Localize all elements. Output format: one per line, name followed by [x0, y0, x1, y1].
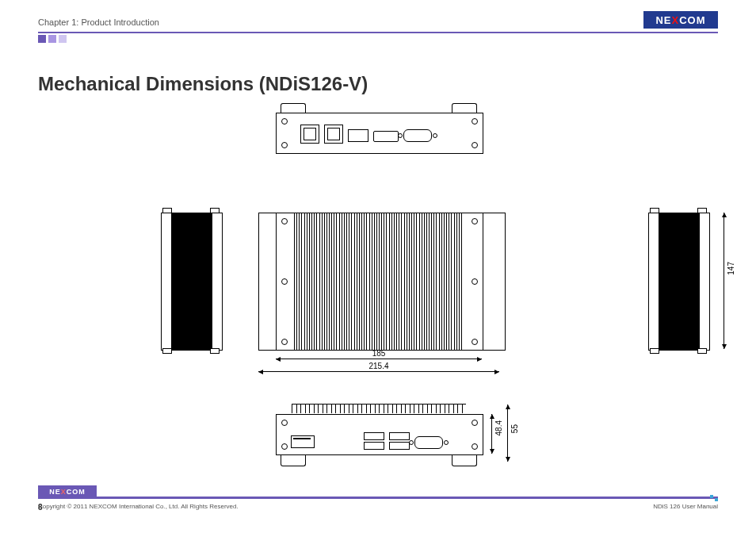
brand-part-com: COM: [679, 14, 705, 26]
mounting-tab-icon: [162, 348, 172, 354]
hdmi-port-icon: [373, 131, 399, 142]
right-side-elevation: [648, 213, 708, 349]
chassis-side: [161, 213, 223, 351]
chassis-front: [276, 113, 483, 154]
usb-stack-icon: [389, 432, 410, 450]
screw-icon: [472, 142, 478, 148]
screw-icon: [472, 443, 478, 450]
mechanical-drawing: 147 185 215.4: [38, 103, 718, 489]
usb-port-icon: [364, 442, 384, 450]
usb-port-icon: [364, 432, 384, 440]
heatsink-profile-icon: [171, 213, 212, 350]
front-elevation: [276, 103, 482, 154]
usb-stack-icon: [364, 432, 384, 450]
lan-port-icon: [300, 125, 319, 144]
chapter-label: Chapter 1: Product Introduction: [38, 17, 159, 27]
page-title: Mechanical Dimensions (NDiS126-V): [38, 73, 368, 95]
dimension-depth: 147: [727, 262, 735, 275]
screw-icon: [472, 420, 478, 426]
screw-icon: [281, 118, 288, 125]
brand-part-ne: NE: [655, 14, 671, 26]
brand-part-ne: NE: [49, 488, 61, 496]
page-number: 8: [38, 503, 718, 527]
chassis-side: [648, 213, 710, 351]
dimension-line: [258, 371, 499, 372]
rear-ports: [364, 432, 443, 450]
screw-icon: [281, 142, 288, 148]
rear-elevation: [276, 405, 482, 462]
dimension-line: [276, 359, 482, 359]
brand-logo: NEXCOM: [643, 11, 718, 29]
front-ports: [300, 125, 432, 144]
dimension-line: [724, 213, 724, 349]
dimension-line: [507, 405, 508, 462]
screw-icon: [281, 218, 288, 224]
sd-slot-icon: [291, 435, 315, 448]
top-plan-view: [276, 213, 483, 351]
vga-port-icon: [403, 129, 432, 142]
heatsink-profile-icon: [659, 213, 700, 350]
page-footer: NEXCOM Copyright © 2011 NEXCOM Internati…: [38, 497, 718, 520]
square-icon: [59, 35, 67, 43]
heatsink-fins-icon: [294, 213, 465, 350]
screw-icon: [281, 339, 288, 345]
brand-part-com: COM: [67, 488, 86, 496]
page-header: Chapter 1: Product Introduction NEXCOM: [38, 14, 718, 35]
dimension-height-total: 55: [510, 424, 519, 433]
brand-part-x: X: [672, 14, 680, 26]
header-rule: [38, 32, 718, 33]
mounting-tab-icon: [650, 348, 659, 354]
brand-part-x: X: [61, 488, 67, 496]
page: Chapter 1: Product Introduction NEXCOM M…: [0, 0, 756, 533]
screw-icon: [281, 443, 288, 450]
serial-port-icon: [414, 436, 443, 449]
screw-icon: [281, 278, 288, 285]
screw-icon: [472, 339, 478, 345]
dimension-width-inner: 185: [363, 349, 395, 358]
mounting-tab-icon: [697, 348, 707, 354]
footer-rule: [38, 497, 718, 499]
mounting-flange: [482, 213, 506, 351]
screw-icon: [472, 118, 478, 125]
manual-title: NDiS 126 User Manual: [653, 503, 718, 510]
left-side-elevation: [161, 213, 221, 349]
screw-icon: [281, 420, 288, 426]
usb-port-icon: [348, 129, 368, 142]
screw-icon: [472, 218, 478, 224]
dimension-height-body: 48.4: [494, 420, 503, 435]
mounting-tab-icon: [210, 348, 220, 354]
usb-port-icon: [389, 442, 410, 450]
heatsink-strip-icon: [292, 404, 466, 413]
square-icon: [38, 35, 46, 43]
screw-icon: [472, 278, 478, 285]
square-icon: [48, 35, 56, 43]
decorative-dots-icon: [710, 495, 718, 501]
usb-port-icon: [389, 432, 410, 440]
dimension-width-outer: 215.4: [363, 362, 395, 370]
lan-port-icon: [324, 125, 343, 144]
decorative-squares: [38, 35, 67, 43]
dimension-line: [491, 414, 492, 454]
chassis-rear: [276, 414, 483, 455]
